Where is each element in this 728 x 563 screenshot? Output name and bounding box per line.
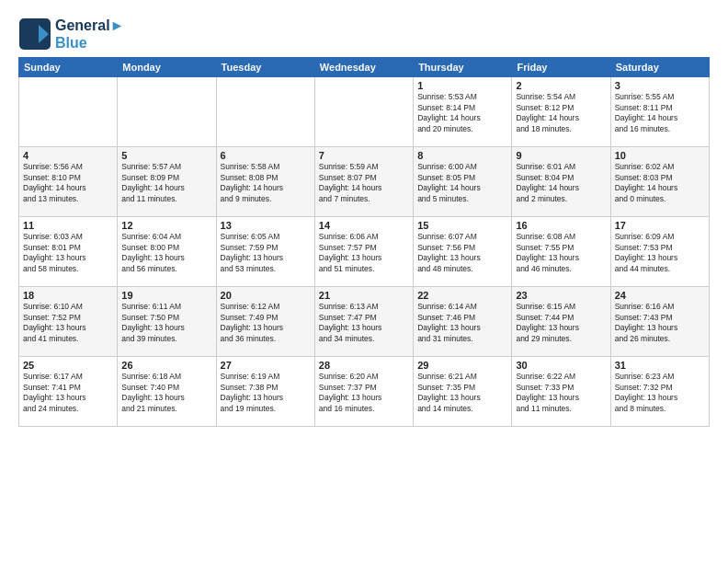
day-number: 5: [121, 150, 211, 161]
day-number: 8: [417, 150, 507, 161]
day-info: Sunrise: 6:17 AM Sunset: 7:41 PM Dayligh…: [23, 372, 113, 414]
calendar-table: SundayMondayTuesdayWednesdayThursdayFrid…: [18, 57, 710, 427]
day-number: 24: [615, 290, 705, 301]
day-info: Sunrise: 6:18 AM Sunset: 7:40 PM Dayligh…: [121, 372, 211, 414]
day-number: 20: [221, 290, 311, 301]
weekday-header-thursday: Thursday: [414, 58, 512, 77]
day-info: Sunrise: 5:53 AM Sunset: 8:14 PM Dayligh…: [417, 92, 507, 134]
calendar-cell: 22Sunrise: 6:14 AM Sunset: 7:46 PM Dayli…: [414, 287, 512, 357]
calendar-cell: 5Sunrise: 5:57 AM Sunset: 8:09 PM Daylig…: [118, 147, 216, 217]
day-info: Sunrise: 5:55 AM Sunset: 8:11 PM Dayligh…: [615, 92, 705, 134]
calendar-cell: 9Sunrise: 6:01 AM Sunset: 8:04 PM Daylig…: [512, 147, 610, 217]
calendar-cell: 7Sunrise: 5:59 AM Sunset: 8:07 PM Daylig…: [314, 147, 413, 217]
calendar-cell: 6Sunrise: 5:58 AM Sunset: 8:08 PM Daylig…: [216, 147, 314, 217]
calendar-cell: 16Sunrise: 6:08 AM Sunset: 7:55 PM Dayli…: [512, 217, 610, 287]
calendar-cell: 17Sunrise: 6:09 AM Sunset: 7:53 PM Dayli…: [610, 217, 709, 287]
day-number: 11: [23, 220, 113, 231]
calendar-cell: 8Sunrise: 6:00 AM Sunset: 8:05 PM Daylig…: [414, 147, 512, 217]
logo-icon: [18, 17, 51, 51]
calendar-cell: 10Sunrise: 6:02 AM Sunset: 8:03 PM Dayli…: [610, 147, 709, 217]
day-info: Sunrise: 5:54 AM Sunset: 8:12 PM Dayligh…: [516, 92, 606, 134]
weekday-header-row: SundayMondayTuesdayWednesdayThursdayFrid…: [19, 58, 710, 77]
day-number: 15: [417, 220, 507, 231]
calendar-cell: 20Sunrise: 6:12 AM Sunset: 7:49 PM Dayli…: [216, 287, 314, 357]
day-info: Sunrise: 5:57 AM Sunset: 8:09 PM Dayligh…: [121, 162, 211, 204]
day-info: Sunrise: 5:59 AM Sunset: 8:07 PM Dayligh…: [319, 162, 409, 204]
calendar-cell: 12Sunrise: 6:04 AM Sunset: 8:00 PM Dayli…: [118, 217, 216, 287]
day-info: Sunrise: 6:03 AM Sunset: 8:01 PM Dayligh…: [23, 232, 113, 274]
logo-general: General►: [55, 17, 124, 34]
week-row-2: 11Sunrise: 6:03 AM Sunset: 8:01 PM Dayli…: [19, 217, 710, 287]
weekday-header-monday: Monday: [118, 58, 216, 77]
calendar-cell: 27Sunrise: 6:19 AM Sunset: 7:38 PM Dayli…: [216, 357, 314, 427]
day-number: 21: [319, 290, 409, 301]
day-info: Sunrise: 6:13 AM Sunset: 7:47 PM Dayligh…: [319, 302, 409, 344]
calendar-cell: 29Sunrise: 6:21 AM Sunset: 7:35 PM Dayli…: [414, 357, 512, 427]
day-number: 3: [615, 80, 705, 91]
day-info: Sunrise: 6:06 AM Sunset: 7:57 PM Dayligh…: [319, 232, 409, 274]
week-row-4: 25Sunrise: 6:17 AM Sunset: 7:41 PM Dayli…: [19, 357, 710, 427]
calendar-cell: 19Sunrise: 6:11 AM Sunset: 7:50 PM Dayli…: [118, 287, 216, 357]
calendar-cell: 28Sunrise: 6:20 AM Sunset: 7:37 PM Dayli…: [314, 357, 413, 427]
calendar-cell: 24Sunrise: 6:16 AM Sunset: 7:43 PM Dayli…: [610, 287, 709, 357]
day-number: 10: [615, 150, 705, 161]
week-row-0: 1Sunrise: 5:53 AM Sunset: 8:14 PM Daylig…: [19, 77, 710, 147]
calendar-cell: 25Sunrise: 6:17 AM Sunset: 7:41 PM Dayli…: [19, 357, 118, 427]
day-number: 26: [121, 360, 211, 371]
day-info: Sunrise: 6:00 AM Sunset: 8:05 PM Dayligh…: [417, 162, 507, 204]
calendar-cell: [314, 77, 413, 147]
calendar-cell: 1Sunrise: 5:53 AM Sunset: 8:14 PM Daylig…: [414, 77, 512, 147]
day-number: 27: [221, 360, 311, 371]
day-number: 16: [516, 220, 606, 231]
calendar-page: General► Blue SundayMondayTuesdayWednesd…: [0, 0, 728, 436]
day-number: 7: [319, 150, 409, 161]
calendar-cell: 21Sunrise: 6:13 AM Sunset: 7:47 PM Dayli…: [314, 287, 413, 357]
day-info: Sunrise: 6:16 AM Sunset: 7:43 PM Dayligh…: [615, 302, 705, 344]
day-info: Sunrise: 6:01 AM Sunset: 8:04 PM Dayligh…: [516, 162, 606, 204]
day-info: Sunrise: 6:14 AM Sunset: 7:46 PM Dayligh…: [417, 302, 507, 344]
calendar-cell: 2Sunrise: 5:54 AM Sunset: 8:12 PM Daylig…: [512, 77, 610, 147]
day-info: Sunrise: 6:10 AM Sunset: 7:52 PM Dayligh…: [23, 302, 113, 344]
header: General► Blue: [18, 17, 710, 52]
day-number: 4: [23, 150, 113, 161]
day-number: 30: [516, 360, 606, 371]
day-number: 6: [221, 150, 311, 161]
day-info: Sunrise: 6:21 AM Sunset: 7:35 PM Dayligh…: [417, 372, 507, 414]
day-number: 22: [417, 290, 507, 301]
weekday-header-saturday: Saturday: [610, 58, 709, 77]
day-number: 9: [516, 150, 606, 161]
week-row-1: 4Sunrise: 5:56 AM Sunset: 8:10 PM Daylig…: [19, 147, 710, 217]
day-info: Sunrise: 6:09 AM Sunset: 7:53 PM Dayligh…: [615, 232, 705, 274]
day-info: Sunrise: 6:04 AM Sunset: 8:00 PM Dayligh…: [121, 232, 211, 274]
day-number: 17: [615, 220, 705, 231]
day-number: 18: [23, 290, 113, 301]
day-number: 31: [615, 360, 705, 371]
day-info: Sunrise: 6:08 AM Sunset: 7:55 PM Dayligh…: [516, 232, 606, 274]
day-number: 13: [221, 220, 311, 231]
day-info: Sunrise: 6:05 AM Sunset: 7:59 PM Dayligh…: [221, 232, 311, 274]
day-number: 2: [516, 80, 606, 91]
weekday-header-friday: Friday: [512, 58, 610, 77]
day-info: Sunrise: 6:07 AM Sunset: 7:56 PM Dayligh…: [417, 232, 507, 274]
calendar-cell: [118, 77, 216, 147]
day-info: Sunrise: 6:22 AM Sunset: 7:33 PM Dayligh…: [516, 372, 606, 414]
day-number: 1: [417, 80, 507, 91]
logo-blue: Blue: [55, 34, 124, 52]
day-info: Sunrise: 6:19 AM Sunset: 7:38 PM Dayligh…: [221, 372, 311, 414]
calendar-cell: 18Sunrise: 6:10 AM Sunset: 7:52 PM Dayli…: [19, 287, 118, 357]
week-row-3: 18Sunrise: 6:10 AM Sunset: 7:52 PM Dayli…: [19, 287, 710, 357]
day-info: Sunrise: 5:58 AM Sunset: 8:08 PM Dayligh…: [221, 162, 311, 204]
calendar-cell: 31Sunrise: 6:23 AM Sunset: 7:32 PM Dayli…: [610, 357, 709, 427]
day-number: 25: [23, 360, 113, 371]
day-info: Sunrise: 5:56 AM Sunset: 8:10 PM Dayligh…: [23, 162, 113, 204]
day-info: Sunrise: 6:12 AM Sunset: 7:49 PM Dayligh…: [221, 302, 311, 344]
calendar-cell: 14Sunrise: 6:06 AM Sunset: 7:57 PM Dayli…: [314, 217, 413, 287]
day-number: 14: [319, 220, 409, 231]
weekday-header-wednesday: Wednesday: [314, 58, 413, 77]
calendar-cell: 4Sunrise: 5:56 AM Sunset: 8:10 PM Daylig…: [19, 147, 118, 217]
calendar-cell: 11Sunrise: 6:03 AM Sunset: 8:01 PM Dayli…: [19, 217, 118, 287]
calendar-cell: 15Sunrise: 6:07 AM Sunset: 7:56 PM Dayli…: [414, 217, 512, 287]
day-info: Sunrise: 6:15 AM Sunset: 7:44 PM Dayligh…: [516, 302, 606, 344]
calendar-cell: 30Sunrise: 6:22 AM Sunset: 7:33 PM Dayli…: [512, 357, 610, 427]
day-info: Sunrise: 6:02 AM Sunset: 8:03 PM Dayligh…: [615, 162, 705, 204]
